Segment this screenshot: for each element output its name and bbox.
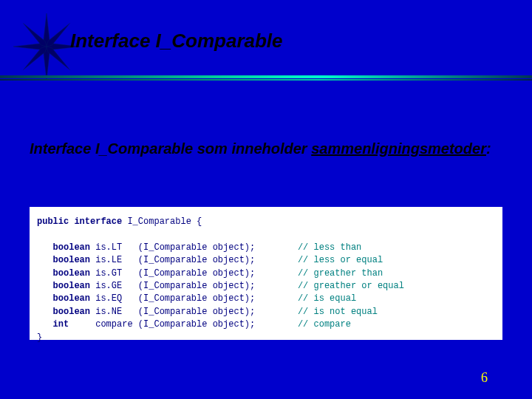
divider-bar: [0, 75, 532, 81]
slide-subtitle: Interface I_Comparable som inneholder sa…: [30, 140, 491, 157]
slide-title: Interface I_Comparable: [70, 30, 283, 52]
subtitle-prefix: Interface I_Comparable som inneholder: [30, 140, 311, 157]
code-decl-name: I_Comparable {: [122, 216, 202, 227]
page-number: 6: [481, 370, 488, 386]
code-close: }: [37, 332, 42, 343]
slide-header: Interface I_Comparable: [0, 0, 532, 81]
svg-marker-7: [24, 24, 47, 47]
code-block: public interface I_Comparable { boolean …: [30, 207, 502, 340]
svg-marker-4: [47, 24, 70, 47]
subtitle-suffix: :: [486, 140, 491, 157]
code-decl-keyword: public interface: [37, 216, 122, 227]
subtitle-underlined: sammenligningsmetoder: [311, 140, 486, 157]
svg-marker-6: [24, 47, 47, 70]
svg-marker-5: [47, 47, 70, 70]
